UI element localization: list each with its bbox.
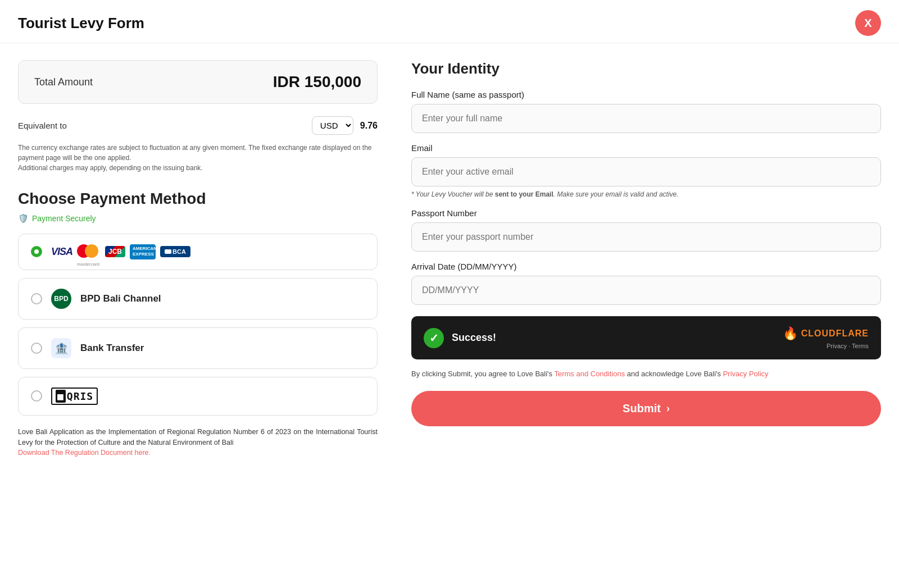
full-name-label: Full Name (same as passport) (411, 90, 881, 99)
full-name-field-group: Full Name (same as passport) (411, 90, 881, 133)
terms-conditions-link[interactable]: Terms and Conditions (554, 370, 625, 378)
visa-logo: VISA (51, 246, 72, 258)
disclaimer-line3: Additional charges may apply, depending … (18, 164, 203, 172)
bpd-label: BPD Bali Channel (80, 293, 161, 304)
cf-success-text: Success! (452, 332, 496, 344)
footer-body: Love Bali Application as the Implementat… (18, 428, 378, 446)
cf-flame-icon: 🔥 (783, 326, 798, 341)
email-notice: * Your Levy Voucher will be sent to your… (411, 190, 881, 198)
payment-option-cards[interactable]: VISA mastercard JCB AMERICANEXPRESS BCA (18, 234, 378, 270)
shield-icon: 🛡️ (18, 213, 29, 224)
passport-input[interactable] (411, 222, 881, 252)
bank-label: Bank Transfer (80, 343, 144, 354)
right-panel: Your Identity Full Name (same as passpor… (400, 60, 881, 578)
terms-mid: and acknowledge Love Bali's (625, 370, 723, 378)
total-label: Total Amount (34, 76, 93, 88)
email-label: Email (411, 143, 881, 153)
payment-section-title: Choose Payment Method (18, 190, 378, 208)
equivalent-row: Equivalent to USD EUR AUD 9.76 (18, 116, 378, 135)
cf-right: 🔥 CLOUDFLARE Privacy · Terms (783, 326, 869, 349)
privacy-policy-link[interactable]: Privacy Policy (723, 370, 769, 378)
payment-option-bank[interactable]: 🏦 Bank Transfer (18, 327, 378, 369)
bca-card-icon (165, 249, 171, 254)
header: Tourist Levy Form X (0, 0, 899, 43)
currency-select[interactable]: USD EUR AUD (312, 116, 353, 135)
payment-option-bpd[interactable]: BPD BPD Bali Channel (18, 278, 378, 320)
full-name-input[interactable] (411, 104, 881, 133)
terms-prefix: By clicking Submit, you agree to Love Ba… (411, 370, 554, 378)
disclaimer-line2: payment page will be the one applied. (18, 154, 131, 162)
radio-bank[interactable] (31, 343, 42, 354)
main-content: Total Amount IDR 150,000 Equivalent to U… (0, 43, 899, 588)
disclaimer: The currency exchange rates are subject … (18, 143, 378, 173)
cf-brand-name: CLOUDFLARE (801, 329, 869, 339)
cloudflare-banner: ✓ Success! 🔥 CLOUDFLARE Privacy · Terms (411, 316, 881, 359)
cf-check-icon: ✓ (424, 328, 444, 348)
secure-label-text: Payment Securely (32, 214, 96, 223)
page-title: Tourist Levy Form (18, 15, 144, 32)
bpd-logo: BPD (51, 289, 71, 309)
submit-button[interactable]: Submit › (411, 391, 881, 426)
submit-arrow-icon: › (666, 403, 670, 414)
card-logos: VISA mastercard JCB AMERICANEXPRESS BCA (51, 244, 190, 259)
cf-left: ✓ Success! (424, 328, 496, 348)
cf-privacy-link[interactable]: Privacy (827, 343, 847, 349)
radio-cards[interactable] (31, 246, 42, 257)
passport-label: Passport Number (411, 208, 881, 218)
submit-label: Submit (623, 402, 661, 415)
total-amount-value: IDR 150,000 (273, 73, 361, 91)
total-amount-box: Total Amount IDR 150,000 (18, 60, 378, 104)
email-field-group: Email * Your Levy Voucher will be sent t… (411, 143, 881, 198)
bank-icon: 🏦 (51, 338, 71, 358)
qris-logo: ■QRIS (51, 388, 98, 405)
close-button[interactable]: X (855, 10, 881, 36)
footer-text: Love Bali Application as the Implementat… (18, 427, 378, 458)
mastercard-logo: mastercard (77, 244, 101, 259)
terms-text: By clicking Submit, you agree to Love Ba… (411, 368, 881, 380)
mc-orange-circle (85, 244, 98, 258)
bca-logo: BCA (160, 246, 190, 257)
equivalent-value: 9.76 (360, 121, 378, 131)
cf-terms-link[interactable]: Terms (852, 343, 869, 349)
radio-qris[interactable] (31, 390, 42, 402)
cf-logo: 🔥 CLOUDFLARE (783, 326, 869, 341)
equivalent-label: Equivalent to (18, 121, 305, 130)
cf-separator: · (848, 343, 850, 349)
cf-links: Privacy · Terms (783, 343, 869, 349)
disclaimer-line1: The currency exchange rates are subject … (18, 144, 371, 152)
jcb-logo: JCB (105, 246, 125, 257)
arrival-date-field-group: Arrival Date (DD/MM/YYYY) (411, 262, 881, 305)
arrival-date-input[interactable] (411, 276, 881, 305)
passport-field-group: Passport Number (411, 208, 881, 252)
email-input[interactable] (411, 157, 881, 186)
payment-option-qris[interactable]: ■QRIS (18, 377, 378, 416)
radio-bpd[interactable] (31, 293, 42, 304)
identity-title: Your Identity (411, 60, 881, 78)
left-panel: Total Amount IDR 150,000 Equivalent to U… (18, 60, 400, 578)
secure-label: 🛡️ Payment Securely (18, 213, 378, 224)
download-regulation-link[interactable]: Download The Regulation Document here. (18, 449, 151, 457)
amex-logo: AMERICANEXPRESS (130, 244, 156, 259)
mc-label: mastercard (77, 262, 98, 267)
arrival-date-label: Arrival Date (DD/MM/YYYY) (411, 262, 881, 271)
